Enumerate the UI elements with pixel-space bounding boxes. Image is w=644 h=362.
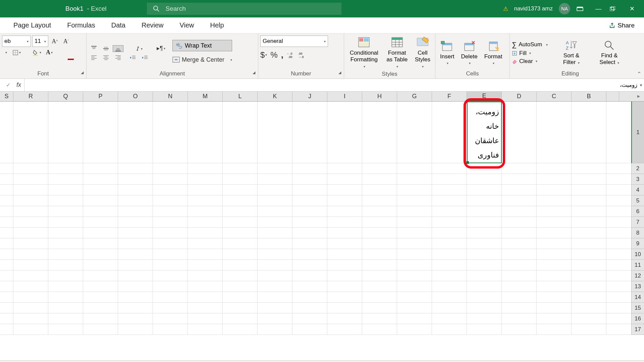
number-launcher[interactable]: ◢ [338,70,341,75]
align-center-button[interactable] [101,55,111,60]
row-header[interactable]: 15 [631,303,644,313]
tab-view[interactable]: View [180,21,194,29]
column-header[interactable]: D [502,92,537,101]
delete-button[interactable]: Delete▾ [459,40,480,66]
row-header[interactable]: 6 [631,206,644,217]
row-header[interactable]: 2 [631,163,644,174]
fill-color-button[interactable]: ▾ [31,49,42,56]
row-header[interactable]: 10 [631,249,644,260]
minimize-button[interactable]: — [593,5,604,12]
column-header[interactable]: E [467,92,502,101]
fill-handle[interactable] [466,161,469,164]
column-header[interactable]: F [432,92,467,101]
borders-button[interactable]: ▾ [11,50,22,56]
close-button[interactable]: ✕ [627,5,637,12]
fx-button[interactable]: fx [13,81,24,88]
orientation-button[interactable]: ⤢▾ [132,45,146,52]
font-launcher[interactable]: ◢ [81,70,84,75]
row-header[interactable]: 8 [631,228,644,238]
column-header[interactable]: P [83,92,118,101]
sort-filter-button[interactable]: AZ Sort & Filter ▾ [554,39,589,66]
row-header[interactable]: 5 [631,195,644,206]
row-header[interactable]: 7 [631,217,644,228]
bold-button-partial[interactable]: ▾ [2,51,9,54]
ribbon-display-button[interactable] [576,6,587,11]
increase-indent-button[interactable] [140,55,150,60]
row-header[interactable]: 1 [631,102,644,163]
svg-text:→.0: →.0 [298,55,304,58]
column-header[interactable]: O [118,92,153,101]
cell-styles-button[interactable]: Cell Styles ▾ [412,36,433,70]
decrease-indent-button[interactable] [127,55,138,60]
column-header[interactable]: J [292,92,327,101]
increase-decimal-button[interactable]: ←.0.00 [287,52,295,58]
font-size-combo[interactable]: 11▾ [32,36,48,47]
wrap-text-button[interactable]: ab Wrap Text [172,40,232,51]
search-box[interactable]: Search [147,3,341,15]
find-select-button[interactable]: Find & Select ▾ [590,39,629,66]
format-as-table-button[interactable]: Format as Table ▾ [383,36,411,70]
column-header[interactable]: L [223,92,258,101]
column-header[interactable]: S [0,92,13,101]
insert-button[interactable]: Insert▾ [437,40,457,66]
align-right-button[interactable] [113,55,123,60]
collapse-ribbon-button[interactable]: ⌃ [637,71,641,77]
tab-review[interactable]: Review [142,21,164,29]
column-header[interactable]: K [258,92,292,101]
decrease-font-button[interactable]: Aˇ [61,38,71,45]
row-header[interactable]: 11 [631,260,644,270]
spreadsheet-grid[interactable]: SRQPONMLKJIHGFEDCB ▸ 1234567891011121314… [0,92,644,360]
percent-format-button[interactable]: % [270,50,277,60]
column-header[interactable]: G [397,92,432,101]
font-color-button[interactable]: A▾ [44,49,55,56]
column-header[interactable]: I [327,92,362,101]
row-header[interactable]: 16 [631,313,644,324]
row-header[interactable]: 9 [631,238,644,249]
share-button[interactable]: Share [609,22,635,29]
comma-format-button[interactable]: , [281,50,283,60]
autosum-button[interactable]: ∑AutoSum▾ [512,41,548,49]
text-direction-button[interactable]: ▸¶▾ [154,45,168,52]
align-bottom-button[interactable] [113,45,123,52]
avatar[interactable]: NA [559,3,570,14]
format-button[interactable]: Format▾ [482,40,505,66]
clear-button[interactable]: Clear▾ [512,58,537,65]
row-header[interactable]: 4 [631,185,644,195]
increase-font-button[interactable]: A^ [50,38,60,45]
align-left-button[interactable] [89,55,99,60]
column-header[interactable]: M [188,92,223,101]
column-header[interactable]: H [362,92,397,101]
active-cell[interactable]: زومیت، خانه عاشقان فناوری [467,102,502,163]
column-header[interactable]: R [13,92,48,101]
merge-center-button[interactable]: Merge & Center ▾ [172,56,232,63]
alignment-launcher[interactable]: ◢ [253,70,255,75]
tab-page-layout[interactable]: Page Layout [13,21,51,29]
styles-group: Conditional Formatting ▾ Format as Table… [344,34,435,78]
accounting-format-button[interactable]: $▾ [260,50,267,60]
font-name-combo[interactable]: eb▾ [2,36,31,47]
row-header[interactable]: 14 [631,292,644,303]
column-header[interactable]: N [153,92,188,101]
column-header[interactable]: Q [48,92,83,101]
column-header[interactable]: C [537,92,572,101]
align-middle-button[interactable] [101,46,111,52]
column-header[interactable]: B [572,92,606,101]
fill-button[interactable]: Fill▾ [512,50,531,57]
cancel-formula-button[interactable]: ✓ [3,82,13,88]
row-header[interactable]: 12 [631,270,644,281]
conditional-formatting-button[interactable]: Conditional Formatting ▾ [346,36,382,70]
number-format-combo[interactable]: General▾ [260,36,328,47]
row-header[interactable]: 3 [631,174,644,185]
formula-display: زومیت، [620,81,637,88]
align-top-button[interactable] [89,46,99,52]
tab-formulas[interactable]: Formulas [67,21,95,29]
formula-input[interactable] [24,79,620,91]
decrease-decimal-button[interactable]: .00→.0 [298,52,306,58]
row-header[interactable]: 13 [631,281,644,292]
tab-help[interactable]: Help [210,21,224,29]
svg-rect-9 [33,55,38,56]
maximize-button[interactable] [610,6,621,11]
formula-expand-button[interactable]: ▾ [640,83,642,87]
tab-data[interactable]: Data [111,21,125,29]
row-header[interactable]: 17 [631,324,644,335]
